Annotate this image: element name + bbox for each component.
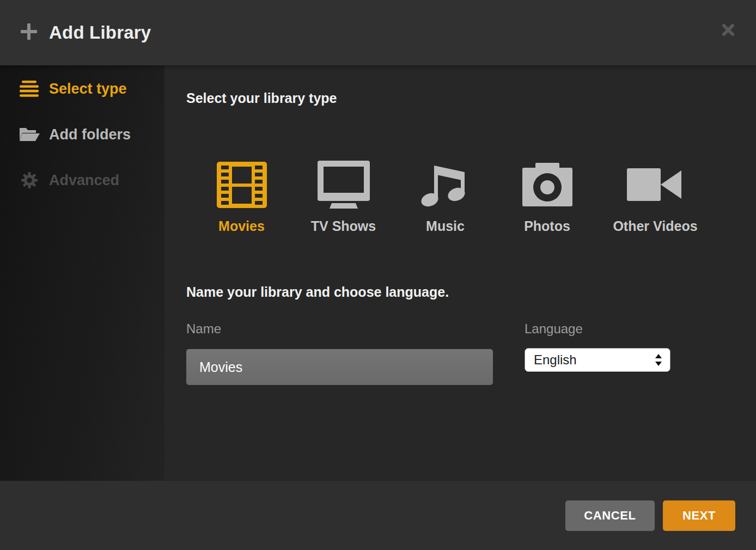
film-strip-icon [217,160,267,210]
sidebar-item-select-type[interactable]: Select type [0,71,164,107]
music-note-icon [420,160,471,210]
up-down-arrows-icon [655,354,662,366]
library-type-tv-shows[interactable]: TV Shows [292,160,394,234]
sidebar-item-label: Select type [49,81,127,97]
library-type-picker: Movies TV Shows [191,160,712,234]
dialog-footer: CANCEL NEXT [0,481,756,550]
library-type-label: Music [426,218,465,234]
library-type-label: TV Shows [311,218,376,234]
language-label: Language [525,321,583,337]
name-label: Name [186,321,221,337]
main-content: Select your library type [164,65,756,481]
tv-icon [318,160,370,210]
library-type-movies[interactable]: Movies [191,160,292,234]
sidebar-item-add-folders[interactable]: Add folders [0,117,164,152]
sidebar-item-advanced: Advanced [0,162,164,198]
video-camera-icon [627,160,684,210]
name-section-title: Name your library and choose language. [186,284,449,300]
dialog-header: Add Library [0,0,756,65]
gear-icon [19,172,40,188]
add-library-dialog: Add Library Select type [0,0,756,550]
library-type-photos[interactable]: Photos [496,160,598,234]
cancel-button[interactable]: CANCEL [565,500,655,531]
folder-open-icon [19,126,40,143]
library-name-input[interactable] [186,349,493,385]
sidebar-item-label: Add folders [49,126,131,143]
library-type-music[interactable]: Music [394,160,496,234]
sidebar-item-label: Advanced [49,172,119,189]
library-type-label: Photos [524,218,570,234]
library-type-label: Movies [218,218,265,234]
camera-icon [522,160,572,210]
wizard-steps-sidebar: Select type Add folders [0,65,164,481]
library-type-label: Other Videos [613,218,697,234]
plus-icon [20,22,38,43]
language-select-value: English [534,352,655,368]
language-select[interactable]: English [525,348,670,372]
close-icon[interactable] [720,22,736,38]
list-icon [19,81,40,97]
type-section-title: Select your library type [186,90,337,106]
library-type-other-videos[interactable]: Other Videos [598,160,712,234]
next-button[interactable]: NEXT [663,500,735,531]
dialog-title: Add Library [49,22,151,43]
